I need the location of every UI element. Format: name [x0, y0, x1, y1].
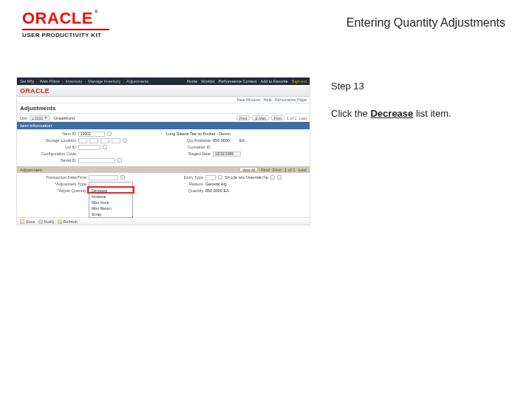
list-item-increase[interactable]: Increase — [89, 194, 132, 200]
item-id-row: *Item ID 10002 — [20, 131, 160, 137]
notify-label: Notify — [44, 219, 55, 224]
find-link[interactable]: Find — [261, 168, 270, 172]
unit-label: Unit — [20, 116, 27, 120]
refresh-icon — [58, 219, 62, 224]
qty-avail-row: Qty Available 850.0000 EA — [166, 137, 307, 143]
app-title-row: Adjustments — [17, 103, 310, 114]
breadcrumb: Set Mfg› Web Pillow› Inventory› Manage I… — [20, 79, 149, 83]
unit-value: US008 — [32, 116, 43, 120]
first-link[interactable]: First — [273, 168, 282, 172]
serial-row: Serial ID — [20, 157, 160, 163]
refresh-label: Refresh — [64, 219, 78, 224]
sign-out-link[interactable]: Sign out — [292, 79, 307, 83]
staged-label: Staged Date — [166, 151, 211, 156]
list-item-scrap[interactable]: Scrap — [89, 211, 132, 217]
config-label: Configuration Code — [20, 151, 76, 156]
txn-date-field[interactable] — [89, 175, 118, 180]
entry-type-field[interactable] — [205, 175, 216, 180]
adjust-type-combo[interactable]: Decrease Increase Misc Issue Misc Return… — [89, 182, 133, 187]
app-footer: Save Notify Refresh — [17, 217, 310, 225]
save-label: Save — [26, 219, 35, 224]
lot-field[interactable] — [78, 145, 100, 150]
email-button[interactable]: E-Mail — [252, 115, 268, 120]
home-link[interactable]: Home — [187, 79, 198, 83]
delete-row-icon[interactable] — [277, 175, 282, 180]
crumb[interactable]: Inventory — [66, 79, 83, 83]
crumb[interactable]: Set Mfg — [20, 79, 34, 83]
reason-label: Reason — [166, 182, 203, 186]
view-all-button[interactable]: View All — [239, 167, 258, 172]
container-row: Container ID — [166, 144, 307, 150]
quantity-row: Quantity 850.0000 EA — [166, 188, 307, 194]
item-id-field[interactable]: 10002 — [78, 132, 105, 137]
help-link[interactable]: Help — [264, 98, 272, 102]
config-row: Configuration Code — [20, 151, 160, 157]
record-nav: 1 of 1 — [287, 116, 297, 120]
item-info-form: *Item ID 10002 Long Sleeve Tee w/ Pocket… — [17, 129, 310, 166]
new-window-link[interactable]: New Window — [236, 98, 260, 102]
adjust-type-label: *Adjustment Type — [20, 182, 86, 186]
crumb[interactable]: Web Pillow — [40, 79, 60, 83]
oracle-wordmark: ORACLE® — [22, 10, 109, 27]
step-number: Step 13 — [331, 80, 508, 94]
oracle-text: ORACLE — [22, 9, 93, 27]
unit-select[interactable]: US008 — [30, 115, 50, 120]
lookup-icon[interactable] — [123, 138, 127, 143]
lookup-icon[interactable] — [107, 132, 112, 136]
serial-label: Serial ID — [20, 158, 76, 163]
dropdown-spacer — [20, 194, 307, 213]
notify-button[interactable]: Notify — [38, 219, 55, 224]
refresh-button[interactable]: Refresh — [58, 219, 78, 224]
instruction-panel: Step 13 Click the Decrease list item. — [331, 77, 508, 121]
list-item-misc-return[interactable]: Misc Return — [89, 205, 132, 211]
page-title: Entering Quantity Adjustments — [347, 10, 510, 30]
worklist-link[interactable]: Worklst — [201, 79, 214, 83]
storage-field-1[interactable] — [78, 138, 87, 143]
serial-field[interactable] — [78, 158, 115, 163]
print-button[interactable]: Print — [236, 115, 250, 120]
quantity-label: Quantity — [166, 188, 203, 193]
save-icon — [20, 219, 24, 224]
lookup-icon[interactable] — [117, 158, 122, 163]
txn-date-row: Transaction Date/Time — [20, 174, 160, 180]
storage-field-3[interactable] — [100, 138, 109, 143]
lookup-icon[interactable] — [218, 175, 222, 180]
entry-type-value: Sh Life w/o Override Op — [225, 175, 268, 180]
adjust-type-input[interactable] — [89, 182, 133, 187]
registered-mark: ® — [95, 10, 98, 14]
list-item-decrease[interactable]: Decrease — [89, 188, 132, 194]
storage-field-2[interactable] — [89, 138, 98, 143]
storage-field-4[interactable] — [112, 138, 120, 143]
entry-type-row: Entry Type Sh Life w/o Override Op — [166, 174, 307, 180]
calendar-icon[interactable] — [120, 175, 125, 180]
crumb[interactable]: Manage Inventory — [88, 79, 120, 83]
app-brand-bar: ORACLE — [17, 85, 310, 97]
staged-date-field[interactable]: 12/31/1999 — [213, 151, 241, 157]
perf-context-link[interactable]: Performance Context — [219, 79, 257, 83]
last-link[interactable]: Last — [299, 168, 307, 172]
save-button[interactable]: Save — [20, 219, 35, 224]
lot-label: Lot ID — [20, 145, 76, 149]
instruction-pre: Click the — [331, 108, 370, 119]
content-row: Set Mfg› Web Pillow› Inventory› Manage I… — [0, 44, 532, 225]
reason-value: General Adj — [205, 182, 227, 186]
adjust-type-row: *Adjustment Type Decrease Increase Misc … — [20, 181, 160, 187]
qty-avail-value: 850.0000 — [213, 138, 230, 143]
list-item-misc-issue[interactable]: Misc Issue — [89, 200, 132, 205]
logo-divider — [22, 29, 109, 30]
add-row-icon[interactable] — [270, 175, 275, 180]
crumb[interactable]: Adjustments — [126, 79, 149, 83]
item-info-band: Item Information — [17, 122, 310, 129]
qty-avail-label: Qty Available — [166, 138, 211, 143]
upk-subline: USER PRODUCTIVITY KIT — [22, 32, 109, 38]
print2-button[interactable]: Print — [271, 115, 284, 120]
reason-row: Reason General Adj — [166, 181, 307, 187]
add-favorite-link[interactable]: Add to Favorite — [261, 79, 288, 83]
item-description: Long Sleeve Tee w/ Pocket - Denim — [166, 132, 231, 136]
storage-label: Storage Location — [20, 138, 76, 143]
item-desc-row: Long Sleeve Tee w/ Pocket - Denim — [166, 131, 307, 137]
last-link[interactable]: Last — [299, 116, 307, 120]
personalize-link[interactable]: Personalize Page — [275, 98, 307, 102]
lookup-icon[interactable] — [103, 145, 107, 149]
adjustment-label: Adjustment — [20, 168, 42, 172]
